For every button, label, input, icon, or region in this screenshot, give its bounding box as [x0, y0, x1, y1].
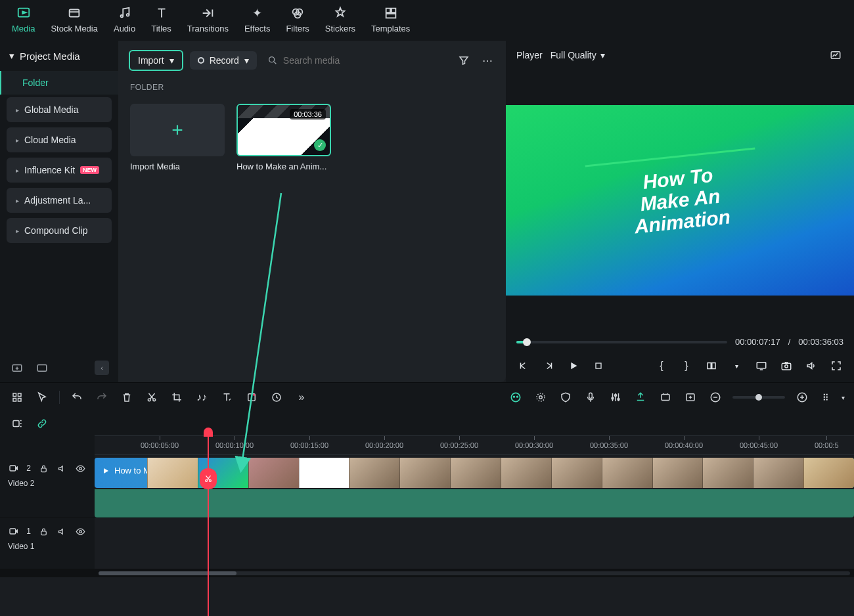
new-folder-icon[interactable] — [9, 360, 25, 376]
plus-frame-icon[interactable] — [683, 389, 698, 405]
tab-transitions[interactable]: Transitions — [187, 4, 229, 33]
tab-stickers[interactable]: Stickers — [325, 4, 355, 33]
track-video1: 1 Video 1 — [0, 518, 854, 569]
tab-effects[interactable]: ✦ Effects — [244, 4, 271, 33]
ruler-tick: 00:00:20:00 — [365, 436, 403, 454]
search-input[interactable] — [283, 55, 388, 66]
shield-icon[interactable] — [558, 389, 573, 405]
tab-templates[interactable]: Templates — [371, 4, 410, 33]
tab-label: Titles — [151, 24, 171, 33]
svg-marker-56 — [104, 468, 108, 473]
tab-audio[interactable]: Audio — [114, 4, 135, 33]
lock-icon[interactable] — [37, 523, 49, 539]
svg-rect-19 — [757, 363, 766, 368]
link-icon[interactable] — [34, 416, 50, 431]
prev-frame-button[interactable] — [516, 359, 531, 373]
folder-icon[interactable] — [34, 360, 50, 376]
fullscreen-icon[interactable] — [829, 359, 843, 373]
adjust-icon[interactable] — [658, 389, 673, 405]
quality-dropdown[interactable]: Full Quality▾ — [551, 50, 605, 60]
zoom-knob[interactable] — [755, 394, 762, 401]
folder-heading: FOLDER — [118, 80, 506, 95]
volume-icon[interactable] — [804, 359, 819, 373]
display-icon[interactable] — [754, 359, 769, 373]
next-frame-button[interactable] — [541, 359, 556, 373]
svg-point-21 — [785, 365, 788, 368]
video-track-icon[interactable] — [8, 460, 20, 476]
mark-out-button[interactable]: } — [679, 359, 694, 373]
zoom-slider[interactable] — [732, 396, 785, 399]
record-button[interactable]: Record▾ — [190, 51, 257, 70]
keyframe-icon[interactable] — [244, 389, 259, 405]
render-icon[interactable] — [533, 389, 549, 405]
filter-icon[interactable] — [456, 53, 472, 68]
tab-filters[interactable]: Filters — [286, 4, 309, 33]
progress-thumb[interactable] — [523, 338, 531, 346]
mute-icon[interactable] — [56, 460, 68, 476]
track-height-icon[interactable] — [819, 389, 835, 405]
delete-icon[interactable] — [119, 389, 135, 405]
clip-duration: 00:03:36 — [290, 109, 326, 120]
redo-icon[interactable] — [94, 389, 110, 405]
hscroll-thumb[interactable] — [99, 571, 236, 575]
ruler-tick: 00:00:35:00 — [590, 436, 628, 454]
media-clip-card[interactable]: 00:03:36 ✓ How to Make an Anim... — [236, 104, 331, 171]
hscroll-track[interactable] — [99, 571, 850, 575]
sidebar-item-compound-clip[interactable]: ▸Compound Clip — [7, 218, 112, 243]
chevron-down-icon[interactable]: ▾ — [729, 359, 744, 373]
zoom-out-icon[interactable] — [708, 389, 723, 405]
eye-icon[interactable] — [75, 460, 87, 476]
zoom-in-icon[interactable] — [794, 389, 810, 405]
media-grid: + Import Media 00:03:36 ✓ How to Make an… — [118, 95, 506, 181]
pointer-icon[interactable] — [34, 389, 50, 405]
cut-icon[interactable] — [144, 389, 160, 405]
tab-stock-media[interactable]: Stock Media — [51, 4, 98, 33]
stock-icon — [65, 4, 83, 22]
more-tools-icon[interactable]: » — [294, 389, 309, 405]
import-media-card[interactable]: + Import Media — [130, 104, 225, 171]
mic-icon[interactable] — [583, 389, 598, 405]
sidebar-folder-active[interactable]: Folder — [0, 71, 118, 95]
crop-icon[interactable] — [169, 389, 185, 405]
stop-button[interactable] — [591, 359, 606, 373]
marker-icon[interactable] — [633, 389, 648, 405]
sidebar-item-global-media[interactable]: ▸Global Media — [7, 97, 112, 122]
eye-icon[interactable] — [75, 523, 87, 539]
chevron-right-icon: ▸ — [16, 167, 19, 174]
speed-icon[interactable] — [269, 389, 284, 405]
total-time: 00:03:36:03 — [798, 337, 843, 347]
video-track-icon[interactable] — [8, 523, 20, 539]
track-add-icon[interactable] — [9, 416, 25, 431]
progress-slider[interactable] — [516, 341, 727, 343]
chevron-down-icon[interactable]: ▾ — [842, 394, 845, 401]
tab-titles[interactable]: Titles — [151, 4, 171, 33]
tab-media[interactable]: Media — [12, 4, 35, 33]
ai-icon[interactable] — [508, 389, 524, 405]
mark-in-button[interactable]: { — [654, 359, 669, 373]
playhead-knob[interactable] — [204, 428, 213, 437]
undo-icon[interactable] — [69, 389, 85, 405]
sidebar-item-influence-kit[interactable]: ▸Influence KitNEW — [7, 158, 112, 183]
import-label: Import — [138, 55, 164, 66]
sidebar-header[interactable]: ▾ Project Media — [0, 41, 118, 71]
text-icon[interactable] — [219, 389, 235, 405]
mixer-icon[interactable] — [608, 389, 623, 405]
mute-icon[interactable] — [56, 523, 68, 539]
time-separator: / — [788, 337, 791, 347]
preview-video[interactable]: How To Make An Animation — [506, 105, 854, 296]
playhead-cut-button[interactable] — [200, 468, 217, 489]
layout-icon[interactable] — [704, 359, 719, 373]
import-button[interactable]: Import▾ — [129, 50, 183, 71]
sidebar-item-cloud-media[interactable]: ▸Cloud Media — [7, 127, 112, 152]
svg-rect-16 — [596, 363, 601, 368]
more-icon[interactable]: ⋯ — [480, 53, 495, 68]
audio-edit-icon[interactable]: ♪♪ — [194, 389, 210, 405]
collapse-sidebar-button[interactable]: ‹ — [95, 361, 109, 375]
playhead[interactable] — [208, 435, 209, 616]
sidebar-item-adjustment-layer[interactable]: ▸Adjustment La... — [7, 188, 112, 213]
lock-icon[interactable] — [37, 460, 49, 476]
snapshot-icon[interactable] — [779, 359, 794, 373]
grid-icon[interactable] — [9, 389, 25, 405]
play-button[interactable] — [566, 359, 581, 373]
histogram-icon[interactable] — [828, 47, 843, 63]
